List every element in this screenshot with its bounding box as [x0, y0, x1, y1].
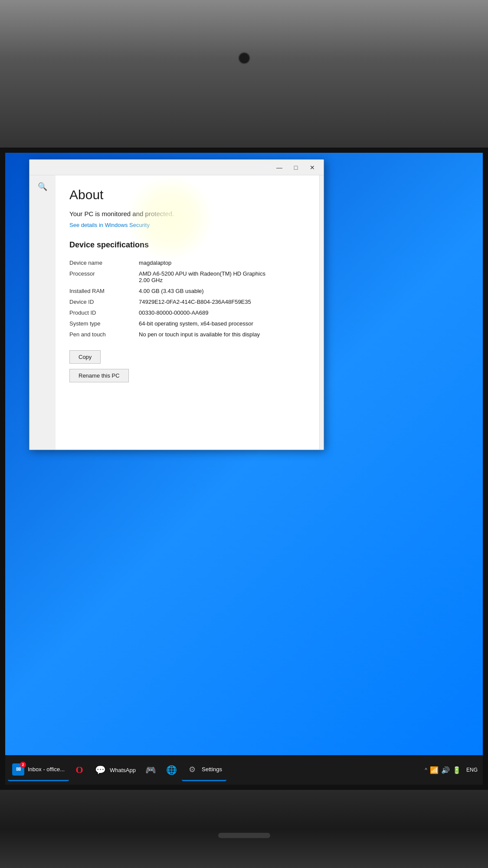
taskbar-item-whatsapp[interactable]: 💬 WhatsApp — [90, 759, 140, 781]
spec-label: Device ID — [69, 296, 139, 307]
taskbar: ✉ 2 Inbox - office... O 💬 WhatsApp 🎮 🌐 — [5, 755, 483, 785]
desktop: — □ ✕ 🔍 About — [5, 153, 483, 785]
app5-icon: 🌐 — [165, 764, 177, 776]
taskbar-item-label: WhatsApp — [110, 767, 136, 773]
laptop-lid-top — [0, 0, 488, 148]
settings-main: About Your PC is monitored and protected… — [56, 175, 319, 450]
taskbar-item-settings[interactable]: ⚙ Settings — [182, 759, 226, 781]
opera-icon: O — [73, 764, 85, 776]
spec-value: magdalaptop — [139, 257, 305, 268]
wifi-icon[interactable]: 📶 — [430, 766, 439, 774]
spec-row: Installed RAM4.00 GB (3.43 GB usable) — [69, 286, 305, 296]
section-title: Device specifications — [69, 240, 305, 250]
scrollbar[interactable] — [319, 175, 324, 450]
battery-icon[interactable]: 🔋 — [452, 766, 461, 774]
spec-label: Installed RAM — [69, 286, 139, 296]
app4-icon: 🎮 — [144, 764, 157, 776]
taskbar-item-label: Inbox - office... — [28, 766, 65, 773]
notification-chevron[interactable]: ^ — [425, 767, 427, 773]
volume-icon[interactable]: 🔊 — [441, 766, 450, 774]
spec-label: Device name — [69, 257, 139, 268]
spec-label: System type — [69, 318, 139, 329]
spec-value: 00330-80000-00000-AA689 — [139, 307, 305, 318]
copy-button[interactable]: Copy — [69, 350, 101, 364]
spec-row: Device namemagdalaptop — [69, 257, 305, 268]
sidebar-search-icon[interactable]: 🔍 — [36, 180, 49, 194]
taskbar-item-app5[interactable]: 🌐 — [161, 759, 182, 781]
spec-row: ProcessorAMD A6-5200 APU with Radeon(TM)… — [69, 268, 305, 286]
taskbar-item-app4[interactable]: 🎮 — [140, 759, 161, 781]
spec-value: No pen or touch input is available for t… — [139, 329, 305, 340]
spec-value: 4.00 GB (3.43 GB usable) — [139, 286, 305, 296]
system-tray: ^ 📶 🔊 🔋 ENG — [425, 766, 480, 774]
maximize-button[interactable]: □ — [288, 161, 304, 174]
taskbar-item-label: Settings — [202, 766, 222, 773]
spec-table: Device namemagdalaptopProcessorAMD A6-52… — [69, 257, 305, 340]
inbox-badge: 2 — [20, 762, 26, 768]
settings-sidebar: 🔍 — [29, 175, 56, 450]
security-link[interactable]: See details in Windows Security — [69, 222, 150, 228]
screen-bezel: — □ ✕ 🔍 About — [0, 148, 488, 790]
spec-row: Device ID74929E12-0FA2-414C-B804-236A48F… — [69, 296, 305, 307]
window-controls: — □ ✕ — [272, 161, 320, 174]
spec-label: Pen and touch — [69, 329, 139, 340]
spec-row: System type64-bit operating system, x64-… — [69, 318, 305, 329]
spec-label: Processor — [69, 268, 139, 286]
whatsapp-icon: 💬 — [94, 764, 106, 776]
taskbar-item-opera[interactable]: O — [69, 759, 90, 781]
spec-label: Product ID — [69, 307, 139, 318]
spec-row: Product ID00330-80000-00000-AA689 — [69, 307, 305, 318]
settings-icon: ⚙ — [186, 763, 198, 776]
about-window: — □ ✕ 🔍 About — [29, 159, 324, 450]
page-title: About — [69, 187, 305, 202]
spec-value: AMD A6-5200 APU with Radeon(TM) HD Graph… — [139, 268, 305, 286]
protection-text: Your PC is monitored and protected. — [69, 210, 305, 217]
laptop-bottom — [0, 790, 488, 868]
rename-pc-button[interactable]: Rename this PC — [69, 369, 129, 382]
spec-row: Pen and touchNo pen or touch input is av… — [69, 329, 305, 340]
spec-value: 74929E12-0FA2-414C-B804-236A48F59E35 — [139, 296, 305, 307]
close-button[interactable]: ✕ — [305, 161, 320, 174]
touchpad — [218, 833, 270, 838]
window-titlebar: — □ ✕ — [29, 160, 324, 175]
window-content: 🔍 About Your PC is monitored and protect… — [29, 175, 324, 450]
minimize-button[interactable]: — — [272, 161, 287, 174]
outlook-icon: ✉ 2 — [12, 763, 24, 776]
webcam — [238, 52, 250, 64]
spec-value: 64-bit operating system, x64-based proce… — [139, 318, 305, 329]
language-indicator[interactable]: ENG — [464, 767, 480, 773]
taskbar-item-inbox[interactable]: ✉ 2 Inbox - office... — [8, 759, 69, 781]
